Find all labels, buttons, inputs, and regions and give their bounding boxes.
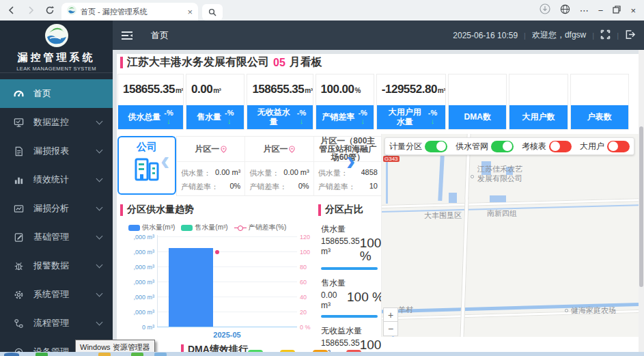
system-title: 漏控管理系统 [0,51,113,64]
rate-point[interactable] [215,250,219,254]
zoom-in-button[interactable]: + [383,307,398,322]
kpi-card-sold-water: 0.00m³ 售水量-%↓ [186,74,244,130]
toggle-metering-zone[interactable] [425,141,447,152]
supply-bar[interactable] [169,248,213,327]
dashboard-gauge-icon [14,89,24,99]
back-icon[interactable] [4,3,19,18]
kpi-unit: m³ [176,87,183,94]
board-title-company: 江苏大丰港水务发展有限公司 [127,55,269,70]
screen: 首页 - 漏控管理系统 × ⋯ − × 漏控管理系统 LEAK MANAGEME… [0,0,644,356]
title-accent-bar [120,204,123,216]
fullscreen-icon[interactable] [600,29,611,42]
more-icon[interactable]: ⋯ [580,6,589,15]
ratio-title: 分区占比 [318,204,381,216]
kpi-delta-value: -% [164,109,173,118]
district-panel[interactable]: 片区一 供水量：0.00 m³ 产销差率：0% [177,137,245,195]
title-accent-bar [120,57,123,68]
district-panel[interactable]: 片区一 供水量：0.00 m³ 产销差率：0% [245,137,313,195]
sidebar-item-basic-management[interactable]: 基础管理 [0,223,113,251]
toggle-large-user[interactable] [607,141,630,152]
collapse-menu-icon[interactable] [121,31,133,40]
breadcrumb[interactable]: 首页 [151,29,169,42]
layer-pipe-network: 供水管网 [456,141,514,152]
globe-icon[interactable] [560,4,570,17]
logout-icon[interactable] [625,29,636,42]
download-icon[interactable] [540,3,550,17]
stat-value: 0.00 m³ [215,168,240,178]
legend-line-marker [234,225,247,231]
map-panel[interactable]: 计量分区 供水管网 考核表 大用户 G343 江苏佳禾农艺 发展有限公司 大丰围… [381,134,639,337]
kpi-value: 158655.35m³ [118,74,183,105]
sidebar-item-system-management[interactable]: 系统管理 [0,280,113,309]
layer-large-user: 大用户 [580,141,630,152]
kpi-label-bar[interactable]: 大用户用水量-%↓ [377,105,445,129]
x-axis-line [157,327,297,327]
map-pin-icon [289,146,295,153]
taskbar-app-icon[interactable] [36,353,48,356]
legend-label: 售水量(m³) [195,223,227,232]
kpi-card-total-supply: 158655.35m³ 供水总量-%↓ [117,74,184,130]
carousel-next-icon[interactable]: › [346,147,355,174]
kpi-value [571,74,628,105]
toggle-assessment-meter[interactable] [549,141,572,152]
legend-sold[interactable]: 售水量(m³) [181,223,227,232]
sidebar-item-leak-analysis[interactable]: 漏损分析 [0,194,113,223]
sidebar-item-process-management[interactable]: 流程管理 [0,309,113,338]
district-name: 片区一 [263,145,288,153]
kpi-label-bar[interactable]: DMA数 [449,105,506,129]
minimize-button[interactable]: − [598,6,604,15]
y-axis-tick: ,000 m³ [117,234,154,241]
refresh-icon[interactable] [42,3,57,18]
map-pond [449,193,457,203]
kpi-delta: -%↓ [428,109,437,125]
kpi-value: 100.00% [316,74,374,105]
toggle-pipe-network[interactable] [491,141,514,152]
close-tab-icon[interactable]: × [187,8,193,16]
chevron-down-icon [96,147,103,154]
kpi-label-bar[interactable]: 供水总量-%↓ [118,105,183,129]
stat-value: 4858 [361,168,378,178]
sidebar-item-label: 漏损分析 [33,202,69,215]
y2-axis-tick: 120 [300,234,310,241]
map-marker[interactable] [565,309,568,312]
chevron-down-icon [96,319,103,326]
carousel-prev-icon[interactable]: ‹ [160,147,169,174]
trend-chart-panel: 分区供水量趋势 供水量(m³) 售水量(m³) 产销差率(%) ,000 m³ … [117,200,314,356]
browser-tab[interactable]: 首页 - 漏控管理系统 × [61,3,198,20]
sidebar-item-performance-stats[interactable]: 绩效统计 [0,165,113,194]
scrollbar-thumb[interactable] [639,126,643,287]
gridline [157,236,297,237]
start-button[interactable] [4,353,19,356]
legend-supply[interactable]: 供水量(m³) [128,223,175,232]
map-label-group: 南新四组 [487,208,517,219]
map-pond [490,195,506,202]
sidebar-item-home[interactable]: 首页 [0,79,113,108]
taskbar-app-icon[interactable] [154,353,167,356]
ratio-progress-bar [321,267,378,270]
kpi-card-large-user-count: 大用户数 [509,74,568,130]
taskbar[interactable] [0,352,644,356]
sidebar-item-alarm-data[interactable]: 报警数据 [0,251,113,280]
y2-axis-tick: 80 [300,264,307,271]
close-button[interactable]: × [630,6,636,15]
zoom-out-button[interactable]: − [383,322,398,336]
sidebar-item-leak-report[interactable]: 漏损报表 [0,137,113,165]
scrollbar[interactable] [639,50,644,356]
kpi-label-bar[interactable]: 大用户数 [509,105,567,129]
map-road [381,198,639,208]
map-marker[interactable] [471,175,474,178]
kpi-label-bar[interactable]: 售水量-%↓ [186,105,244,129]
legend-rate[interactable]: 产销差率(%) [234,223,287,232]
y2-axis-tick: 100 [300,249,310,256]
company-card-label: 公司 [137,141,157,154]
kpi-label-bar[interactable]: 户表数 [571,105,628,129]
taskbar-app-icon[interactable] [98,353,111,356]
kpi-card-dma-count: DMA数 [448,74,507,130]
kpi-label-bar[interactable]: 产销差率-%↓ [316,105,374,129]
kpi-label-bar[interactable]: 无收益水量-%↓ [247,105,312,129]
search-icon[interactable] [202,4,223,20]
forward-icon[interactable] [23,3,38,18]
taskbar-app-icon[interactable] [131,353,143,356]
restore-button[interactable] [613,4,621,16]
sidebar-item-data-monitor[interactable]: 数据监控 [0,108,113,137]
